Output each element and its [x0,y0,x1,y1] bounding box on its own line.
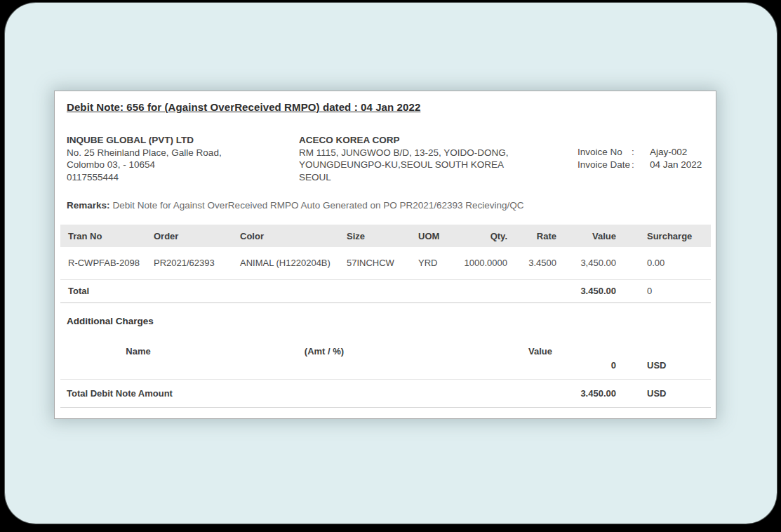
ac-col-header-name: Name [60,346,216,357]
seller-phone: 0117555444 [67,171,299,184]
cell-uom: YRD [418,247,457,279]
total-debit-note-currency: USD [616,388,711,399]
additional-charges-header-row: Name (Amt / %) Value [60,346,711,357]
col-header-value: Value [556,225,616,247]
buyer-address-line: SEOUL [299,171,578,184]
col-header-uom: UOM [418,225,457,247]
col-header-color: Color [232,225,347,247]
total-debit-note-value: 3.450.00 [556,388,616,399]
ac-row-value: 0 [556,360,616,371]
col-header-surcharge: Surcharge [616,225,711,247]
col-header-qty: Qty. [457,225,507,247]
table-row: R-CWPFAB-2098 PR2021/62393 ANIMAL (H1220… [60,247,711,279]
cell-order: PR2021/62393 [146,247,232,279]
remarks-label: Remarks: [67,200,110,211]
seller-name: INQUBE GLOBAL (PVT) LTD [67,134,299,147]
items-total-row: Total 3.450.00 0 [60,279,711,302]
cell-surcharge: 0.00 [616,247,711,279]
debit-note-document: Debit Note: 656 for (Against OverReceive… [54,91,716,419]
items-table-header-row: Tran No Order Color Size UOM Qty. Rate V… [60,225,711,247]
invoice-date-separator: : [632,159,650,171]
cell-tran-no: R-CWPFAB-2098 [60,247,146,279]
buyer-address-line: RM 1115, JUNGWOO B/D, 13-25, YOIDO-DONG, [299,147,578,159]
buyer-address-block: ACECO KOREA CORP RM 1115, JUNGWOO B/D, 1… [299,134,578,183]
cell-value: 3,450.00 [556,247,616,279]
col-header-rate: Rate [507,225,556,247]
items-table: Tran No Order Color Size UOM Qty. Rate V… [60,225,711,303]
cell-qty: 1000.0000 [457,247,507,279]
invoice-date-label: Invoice Date [578,159,632,171]
invoice-no-value: Ajay-002 [650,146,687,159]
remarks-text: Debit Note for Against OverReceived RMPO… [113,200,524,211]
cell-size: 57INCHCW [347,247,418,279]
additional-charges-value-row: 0 USD [60,359,711,373]
col-header-order: Order [146,225,232,247]
invoice-no-row: Invoice No : Ajay-002 [578,146,705,159]
buyer-address-line: YOUNGDEUNGPO-KU,SEOUL SOUTH KOREA [299,159,578,171]
items-total-value: 3.450.00 [556,279,616,302]
screenshot-root: Debit Note: 656 for (Against OverReceive… [0,0,781,532]
buyer-name: ACECO KOREA CORP [299,134,578,147]
ac-row-currency: USD [616,360,711,371]
total-debit-note-label: Total Debit Note Amount [60,388,556,399]
cell-color: ANIMAL (H1220204B) [232,247,347,279]
ac-col-header-value: Value [432,346,648,357]
ac-col-header-amount: (Amt / %) [216,346,432,357]
invoice-no-separator: : [632,146,650,159]
remarks-line: Remarks:Debit Note for Against OverRecei… [67,200,705,211]
additional-charges-title: Additional Charges [67,316,716,326]
page-title: Debit Note: 656 for (Against OverReceive… [67,101,705,113]
items-total-label: Total [60,279,556,302]
cell-rate: 3.4500 [507,247,556,279]
invoice-meta-block: Invoice No : Ajay-002 Invoice Date : 04 … [578,134,705,183]
invoice-date-row: Invoice Date : 04 Jan 2022 [578,159,705,171]
invoice-no-label: Invoice No [578,146,632,159]
seller-address-block: INQUBE GLOBAL (PVT) LTD No. 25 Rheinland… [67,134,299,183]
seller-address-line: No. 25 Rheinland Place, Galle Road, [67,147,299,159]
invoice-date-value: 04 Jan 2022 [650,159,702,171]
col-header-size: Size [347,225,418,247]
seller-address-line: Colombo 03, - 10654 [67,159,299,171]
parties-section: INQUBE GLOBAL (PVT) LTD No. 25 Rheinland… [67,134,705,183]
col-header-tran-no: Tran No [60,225,146,247]
items-total-surcharge: 0 [616,279,711,302]
total-debit-note-row: Total Debit Note Amount 3.450.00 USD [60,380,711,408]
